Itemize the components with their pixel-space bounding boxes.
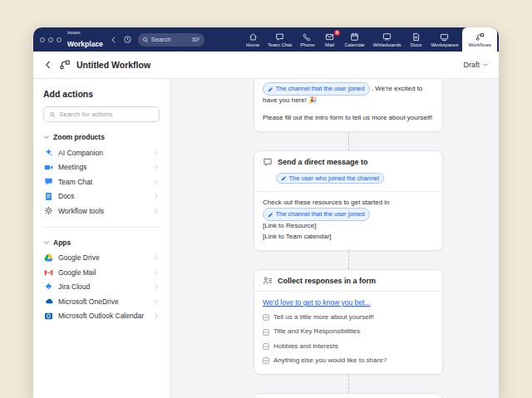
google-drive-icon — [43, 253, 53, 262]
logo-workplace-text: Workplace — [67, 40, 103, 48]
chevron-right-icon — [153, 283, 160, 290]
sidebar-item-docs[interactable]: Docs — [43, 189, 160, 204]
sidebar-item-google-mail[interactable]: Google Mail — [43, 265, 160, 280]
add-actions-sidebar: Add actions Zoom products AI Companion — [33, 79, 170, 398]
nav-item-docs[interactable]: Docs — [406, 27, 427, 52]
sidebar-item-label: Microsoft OneDrive — [58, 297, 119, 306]
workflow-card-direct-message[interactable]: Send a direct message to The user who jo… — [254, 150, 443, 251]
workflow-card-collect-form[interactable]: Collect responses in a form We'd love to… — [254, 269, 443, 375]
section-apps[interactable]: Apps — [43, 238, 160, 247]
chat-bubble-icon — [263, 157, 273, 167]
calendar-icon — [350, 32, 359, 42]
form-question-text: Tell us a little more about yourself! — [273, 312, 374, 323]
sidebar-item-microsoft-outlook-calendar[interactable]: Microsoft Outlook Calendar — [43, 309, 160, 324]
nav-item-team-chat[interactable]: Team Chat — [264, 27, 296, 52]
actions-search-input[interactable] — [59, 111, 154, 118]
chevron-right-icon — [153, 150, 160, 156]
phone-icon — [303, 32, 312, 42]
sidebar-item-ai-companion[interactable]: AI Companion — [43, 145, 160, 160]
page-title: Untitled Workflow — [76, 60, 150, 70]
form-responses-icon — [263, 276, 273, 286]
mail-unread-badge: 9 — [334, 30, 340, 36]
nav-item-label: Workspaces — [431, 42, 459, 47]
chevron-right-icon — [153, 193, 160, 199]
chevron-right-icon — [153, 254, 160, 261]
workflow-tools-gear-icon — [43, 206, 53, 215]
workflow-steps: The channel that the user joined . We're… — [254, 79, 443, 398]
user-variable-chip[interactable]: The user who joined the channel — [276, 173, 384, 184]
ai-companion-icon — [43, 148, 53, 157]
team-chat-icon — [275, 32, 284, 42]
sidebar-item-jira-cloud[interactable]: Jira Cloud — [43, 280, 160, 295]
short-answer-icon — [263, 343, 269, 350]
nav-item-label: Mail — [325, 42, 334, 47]
nav-item-phone[interactable]: Phone — [296, 27, 318, 52]
chip-label: The channel that the user joined — [276, 209, 365, 219]
zoom-products-list: AI Companion Meetings Team Chat — [43, 145, 160, 219]
nav-item-label: Home — [246, 42, 259, 47]
history-clock-icon[interactable] — [123, 35, 132, 44]
chip-label: The user who joined the channel — [289, 174, 379, 182]
sidebar-item-microsoft-onedrive[interactable]: Microsoft OneDrive — [43, 294, 160, 309]
window-maximize-button[interactable] — [57, 37, 62, 42]
search-input[interactable] — [151, 36, 183, 43]
nav-item-home[interactable]: Home — [242, 27, 264, 52]
draft-status-dropdown[interactable]: Draft — [463, 61, 489, 69]
sidebar-item-label: Workflow tools — [58, 207, 104, 215]
chevron-right-icon — [153, 208, 160, 214]
channel-variable-chip[interactable]: The channel that the user joined — [263, 208, 370, 221]
sidebar-item-label: Meetings — [58, 163, 87, 171]
nav-history-controls — [110, 35, 132, 44]
resource-link-placeholder: [Link to Resource] — [263, 221, 434, 232]
onedrive-icon — [43, 297, 53, 306]
global-search-box[interactable]: ⌘F — [138, 33, 204, 47]
docs-icon — [411, 32, 421, 42]
window-controls — [40, 37, 62, 42]
sidebar-item-workflow-tools[interactable]: Workflow tools — [43, 204, 160, 219]
window-minimize-button[interactable] — [48, 37, 53, 42]
channel-variable-chip[interactable]: The channel that the user joined — [263, 82, 370, 96]
sidebar-item-label: Docs — [58, 192, 74, 200]
workflow-card-message-partial[interactable]: The channel that the user joined . We're… — [254, 79, 443, 132]
outlook-calendar-icon — [43, 312, 53, 321]
search-icon — [49, 111, 56, 118]
form-title-link[interactable]: We'd love to get to know you bet... — [263, 297, 434, 309]
nav-item-label: Phone — [300, 42, 314, 47]
short-answer-icon — [263, 314, 269, 321]
sidebar-item-team-chat[interactable]: Team Chat — [43, 174, 160, 189]
nav-item-workspaces[interactable]: Workspaces — [427, 27, 463, 52]
apps-list: Google Drive Google Mail Jira Cloud — [43, 251, 160, 324]
message-line: The channel that the user joined . We're… — [263, 82, 434, 106]
form-question-text: Title and Key Responsibilities — [273, 327, 360, 337]
back-chevron-icon[interactable] — [110, 36, 118, 44]
pencil-icon — [268, 86, 273, 92]
sidebar-item-meetings[interactable]: Meetings — [43, 160, 160, 175]
back-button[interactable] — [43, 60, 53, 70]
jira-icon — [43, 283, 53, 292]
zoom-workplace-logo: zoom Workplace — [67, 30, 103, 49]
app-body: Add actions Zoom products AI Companion — [33, 79, 499, 398]
search-icon — [142, 37, 149, 43]
nav-item-whiteboards[interactable]: Whiteboards — [369, 27, 406, 52]
google-mail-icon — [43, 268, 53, 276]
sidebar-item-label: Team Chat — [58, 178, 92, 186]
chevron-right-icon — [153, 298, 160, 305]
sidebar-divider — [43, 227, 160, 228]
nav-item-mail[interactable]: 9 Mail — [318, 27, 340, 52]
workflow-glyph-icon — [59, 59, 71, 71]
section-zoom-products[interactable]: Zoom products — [43, 133, 160, 141]
workflow-canvas[interactable]: The channel that the user joined . We're… — [170, 79, 499, 398]
sidebar-item-google-drive[interactable]: Google Drive — [43, 251, 160, 266]
workflow-card-channel-message[interactable]: Send a message to The channel that the u… — [254, 393, 443, 398]
nav-item-workflows[interactable]: Workflows — [462, 27, 497, 52]
pencil-icon — [281, 175, 287, 181]
actions-search-box[interactable] — [43, 106, 160, 122]
top-navigation-bar: zoom Workplace ⌘F — [33, 27, 499, 52]
section-label: Apps — [53, 238, 71, 247]
nav-item-label: Docs — [411, 42, 422, 47]
sidebar-item-label: Microsoft Outlook Calendar — [58, 312, 144, 320]
nav-item-label: Whiteboards — [373, 42, 401, 47]
nav-item-calendar[interactable]: Calendar — [340, 27, 368, 52]
window-close-button[interactable] — [40, 37, 45, 42]
chevron-right-icon — [153, 312, 160, 319]
